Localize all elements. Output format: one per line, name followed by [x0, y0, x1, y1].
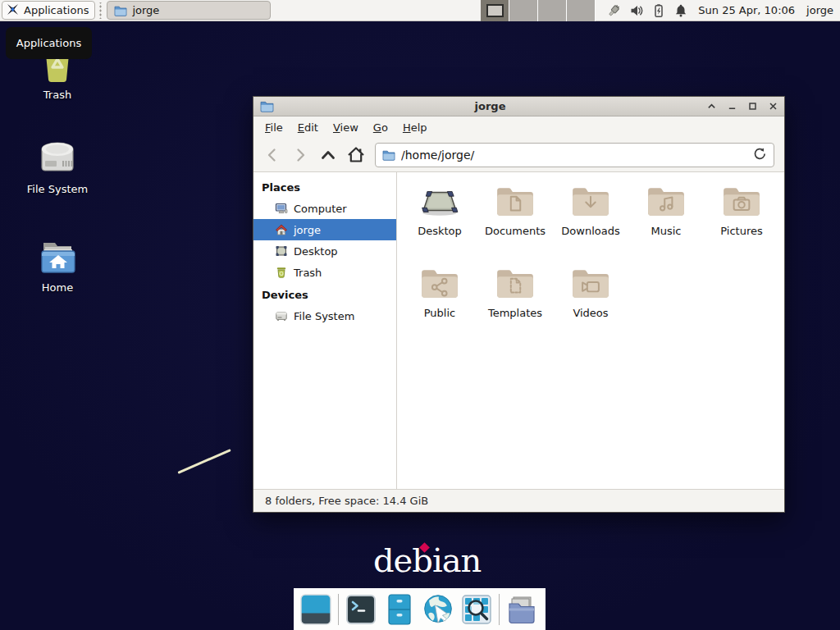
- sidebar-item-file-system[interactable]: File System: [253, 305, 396, 326]
- battery-icon[interactable]: [651, 3, 666, 18]
- desktop-icon-home[interactable]: Home: [18, 240, 97, 294]
- sidebar-item-label: Computer: [294, 203, 347, 215]
- menu-file[interactable]: File: [258, 118, 290, 137]
- menu-go[interactable]: Go: [366, 118, 395, 137]
- sidebar: Places Computer jorge: [253, 172, 397, 489]
- clock[interactable]: Sun 25 Apr, 10:06: [698, 4, 795, 16]
- notifications-bell-icon[interactable]: [673, 3, 688, 18]
- file-item-label: Desktop: [418, 225, 462, 237]
- desktop-icon-file-system[interactable]: File System: [18, 139, 97, 195]
- desktop[interactable]: { "colors": { "desktop_background": "#0c…: [0, 0, 840, 630]
- path-input[interactable]: [401, 148, 747, 162]
- workspace-4[interactable]: [567, 0, 596, 21]
- file-item-label: Videos: [573, 307, 608, 319]
- downloads-folder-icon: [570, 184, 611, 220]
- dock-folder-icon[interactable]: [505, 593, 538, 626]
- web-browser-icon[interactable]: [422, 593, 454, 626]
- taskbar-window-label: jorge: [132, 4, 159, 16]
- back-button[interactable]: [262, 144, 283, 166]
- maximize-button[interactable]: [747, 102, 757, 112]
- menu-help[interactable]: Help: [395, 118, 435, 137]
- file-item-downloads[interactable]: Downloads: [553, 184, 628, 262]
- statusbar: 8 folders, Free space: 14.4 GiB: [253, 489, 784, 512]
- window-folder-icon: [260, 99, 274, 113]
- file-item-videos[interactable]: Videos: [553, 266, 628, 345]
- file-manager-window: jorge File Edit View Go Help: [253, 96, 785, 513]
- removable-media-icon[interactable]: [607, 3, 622, 18]
- pictures-folder-icon: [721, 184, 762, 220]
- system-tray: [607, 3, 688, 18]
- file-item-documents[interactable]: Documents: [477, 184, 553, 262]
- files-area[interactable]: Desktop Documents Downloads: [397, 172, 784, 489]
- sidebar-heading-places: Places: [253, 176, 396, 198]
- videos-folder-icon: [570, 266, 611, 302]
- sidebar-item-trash[interactable]: Trash: [253, 262, 396, 283]
- panel-handle[interactable]: [98, 2, 103, 19]
- hard-drive-icon: [35, 139, 80, 177]
- sidebar-item-computer[interactable]: Computer: [253, 198, 396, 219]
- applications-menu-button[interactable]: Applications: [2, 1, 95, 20]
- minimize-button[interactable]: [727, 102, 737, 112]
- desktop-icon-label: File System: [27, 183, 88, 195]
- documents-folder-icon: [495, 184, 536, 220]
- dock-separator: [338, 594, 339, 625]
- workspace-3[interactable]: [538, 0, 567, 21]
- reload-button[interactable]: [753, 147, 767, 164]
- applications-menu-label: Applications: [24, 4, 89, 16]
- templates-folder-icon: [495, 266, 536, 302]
- up-button[interactable]: [317, 144, 339, 166]
- file-item-desktop[interactable]: Desktop: [402, 184, 477, 262]
- top-panel: Applications jorge: [0, 0, 840, 21]
- sidebar-item-jorge[interactable]: jorge: [253, 219, 396, 240]
- file-item-label: Templates: [488, 307, 542, 319]
- window-folder-icon: [114, 4, 127, 17]
- file-item-templates[interactable]: Templates: [477, 266, 553, 345]
- desktop-pad-icon: [419, 184, 460, 220]
- desktop-place-icon: [275, 244, 288, 258]
- sidebar-item-label: Desktop: [294, 245, 338, 258]
- panel-username[interactable]: jorge: [806, 4, 833, 16]
- sidebar-heading-devices: Devices: [253, 283, 396, 305]
- file-item-label: Public: [424, 307, 455, 319]
- close-button[interactable]: [768, 102, 778, 112]
- music-folder-icon: [646, 184, 687, 220]
- titlebar[interactable]: jorge: [253, 97, 784, 116]
- stray-line-artifact: [177, 449, 231, 474]
- application-finder-icon[interactable]: [460, 593, 493, 626]
- debian-logo: debian: [373, 541, 481, 579]
- taskbar-window-button[interactable]: jorge: [107, 1, 271, 20]
- file-item-pictures[interactable]: Pictures: [704, 184, 779, 262]
- path-bar[interactable]: [375, 143, 774, 167]
- toolbar: [253, 139, 784, 172]
- sidebar-item-label: Trash: [294, 267, 322, 279]
- volume-icon[interactable]: [629, 3, 644, 18]
- forward-button[interactable]: [290, 144, 311, 166]
- dock-separator: [499, 594, 500, 625]
- file-item-label: Downloads: [561, 225, 619, 237]
- home-icon: [275, 223, 288, 236]
- workspace-switcher[interactable]: [481, 0, 596, 21]
- workspace-1[interactable]: [481, 0, 509, 21]
- drive-icon: [275, 309, 288, 322]
- file-manager-icon[interactable]: [383, 593, 416, 626]
- home-folder-icon: [37, 240, 78, 276]
- show-desktop-icon[interactable]: [299, 593, 332, 626]
- dock-panel: [294, 588, 546, 630]
- sidebar-item-label: File System: [294, 310, 354, 322]
- computer-icon: [275, 202, 288, 215]
- sidebar-item-desktop[interactable]: Desktop: [253, 240, 396, 262]
- shade-button[interactable]: [706, 102, 716, 112]
- menu-edit[interactable]: Edit: [290, 118, 326, 137]
- menu-view[interactable]: View: [326, 118, 366, 137]
- workspace-2[interactable]: [509, 0, 538, 21]
- desktop-icon-label: Trash: [43, 89, 71, 101]
- terminal-icon[interactable]: [345, 593, 377, 626]
- file-item-public[interactable]: Public: [402, 266, 477, 345]
- file-item-label: Pictures: [720, 225, 762, 237]
- xfce-applications-icon: [6, 2, 20, 19]
- window-title: jorge: [274, 100, 706, 112]
- home-button[interactable]: [345, 144, 367, 166]
- menubar: File Edit View Go Help: [253, 116, 784, 139]
- trash-small-icon: [275, 266, 288, 279]
- file-item-music[interactable]: Music: [628, 184, 704, 262]
